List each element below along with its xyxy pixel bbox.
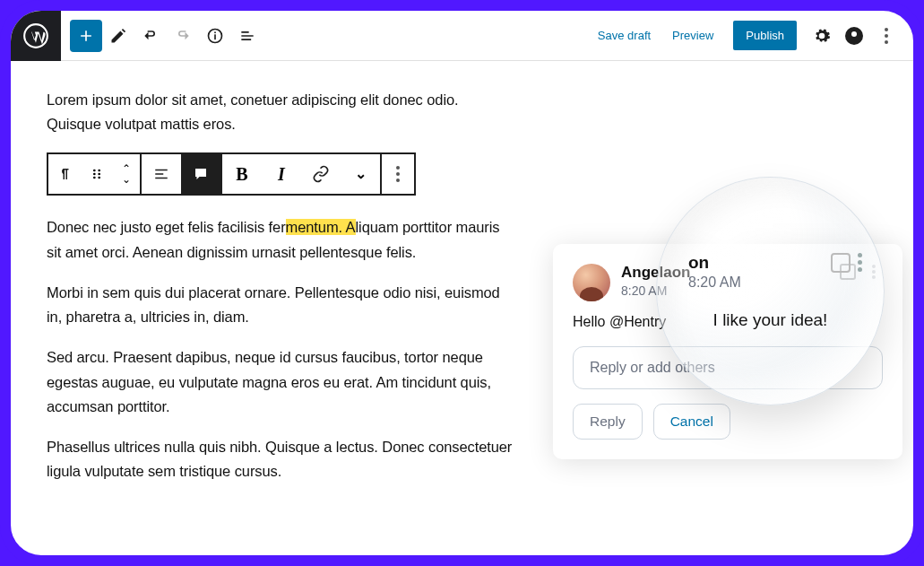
paragraph-5[interactable]: Phasellus ultrices nulla quis nibh. Quis… <box>47 435 513 483</box>
editor-frame: Save draft Preview Publish Lorem ipsum d… <box>0 0 924 566</box>
speech-bubble-icon <box>193 166 209 182</box>
more-format-button[interactable]: ⌄ <box>341 154 380 194</box>
italic-button[interactable]: I <box>262 154 301 194</box>
move-buttons[interactable]: ⌃⌄ <box>113 154 140 194</box>
highlighted-text: mentum. A <box>286 219 356 235</box>
svg-rect-3 <box>214 31 216 33</box>
undo-button[interactable] <box>134 20 167 52</box>
chevron-down-icon: ⌄ <box>122 174 131 185</box>
svg-point-5 <box>98 170 100 172</box>
svg-point-8 <box>93 177 96 179</box>
more-menu-button[interactable] <box>870 20 902 52</box>
reply-input[interactable]: Reply or add others <box>573 346 883 389</box>
align-left-icon <box>153 166 169 182</box>
plus-icon <box>77 27 95 45</box>
pilcrow-icon <box>56 166 73 182</box>
outline-button[interactable] <box>231 20 263 52</box>
paragraph-1[interactable]: Lorem ipsum dolor sit amet, conetuer adi… <box>47 88 513 136</box>
wordpress-logo[interactable] <box>11 11 61 61</box>
link-icon <box>312 165 330 183</box>
editor-column: Lorem ipsum dolor sit amet, conetuer adi… <box>47 88 513 500</box>
edit-mode-button[interactable] <box>102 20 134 52</box>
link-button[interactable] <box>301 154 341 194</box>
comment-button[interactable] <box>181 154 220 194</box>
kebab-icon <box>877 28 895 44</box>
info-icon <box>206 27 224 45</box>
save-draft-link[interactable]: Save draft <box>587 29 661 42</box>
drag-icon <box>90 167 104 181</box>
undo-icon <box>142 27 160 45</box>
comment-time: 8:20 AM <box>621 283 690 298</box>
circle-pin-icon <box>845 27 863 45</box>
comment-panel: Angelaon 8:20 AM Hello @Hentry Reply or … <box>553 244 902 459</box>
paragraph-3[interactable]: Morbi in sem quis dui placerat ornare. P… <box>47 281 513 329</box>
svg-point-9 <box>98 177 100 179</box>
paragraph-block-button[interactable] <box>48 154 81 194</box>
paragraph-4[interactable]: Sed arcu. Praesent dapibus, neque id cur… <box>47 345 513 419</box>
reply-button[interactable]: Reply <box>573 404 643 440</box>
drag-handle[interactable] <box>81 154 113 194</box>
comment-body: Hello @Hentry <box>573 314 883 330</box>
avatar <box>573 264 610 301</box>
svg-point-7 <box>98 173 100 176</box>
comment-author: Angelaon <box>621 264 690 282</box>
list-icon <box>238 27 256 45</box>
wordpress-icon <box>23 23 48 48</box>
top-toolbar: Save draft Preview Publish <box>11 11 913 61</box>
comment-menu-button[interactable] <box>865 265 883 279</box>
svg-point-6 <box>93 173 96 176</box>
pin-button[interactable] <box>838 20 870 52</box>
paragraph-2[interactable]: Donec nec justo eget felis facilisis fer… <box>47 215 513 264</box>
kebab-icon <box>389 166 407 182</box>
svg-rect-2 <box>214 34 216 39</box>
cancel-button[interactable]: Cancel <box>653 404 730 440</box>
add-block-button[interactable] <box>70 20 102 52</box>
block-more-button[interactable] <box>382 154 414 194</box>
gear-icon <box>813 27 831 45</box>
info-button[interactable] <box>199 20 231 52</box>
svg-point-4 <box>93 170 96 172</box>
pencil-icon <box>109 27 127 45</box>
align-button[interactable] <box>142 154 181 194</box>
redo-button <box>167 20 199 52</box>
resolve-checkbox[interactable] <box>840 264 856 280</box>
block-toolbar: ⌃⌄ B I ⌄ <box>47 152 416 196</box>
bold-button[interactable]: B <box>222 154 262 194</box>
chevron-down-icon: ⌄ <box>355 167 367 181</box>
publish-button[interactable]: Publish <box>733 21 797 50</box>
redo-icon <box>174 27 192 45</box>
preview-link[interactable]: Preview <box>661 29 724 42</box>
settings-button[interactable] <box>806 20 838 52</box>
